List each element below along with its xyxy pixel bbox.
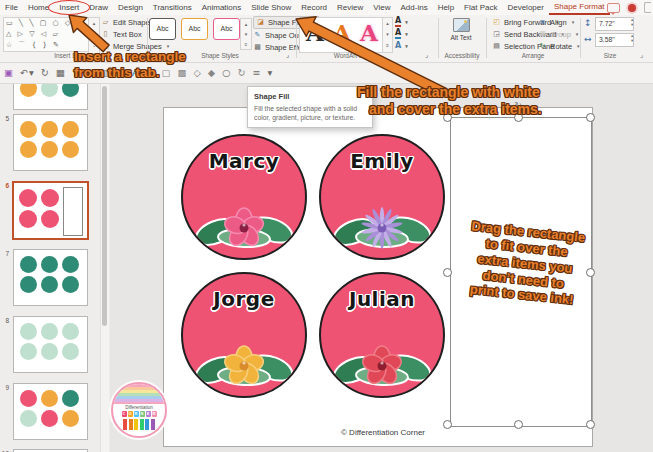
- thumb-circle: [41, 343, 58, 360]
- tab-help[interactable]: Help: [433, 0, 459, 15]
- wordart-style-3[interactable]: A: [360, 19, 378, 46]
- edit-shape-icon: ▱: [101, 17, 110, 28]
- name-circle-emily[interactable]: Emily: [319, 134, 445, 260]
- rotate-icon[interactable]: ↻: [237, 68, 245, 78]
- text-fill-button[interactable]: A▾: [395, 16, 408, 27]
- grid-view-icon[interactable]: ▦: [56, 68, 65, 78]
- shape-gallery-row[interactable]: △ ▷ ▽ ◁ ▱: [6, 29, 90, 40]
- sidebar-scrollbar[interactable]: [100, 83, 109, 452]
- tab-shape-format[interactable]: Shape Format: [549, 0, 610, 15]
- tab-home[interactable]: Home: [23, 0, 54, 15]
- width-spinner[interactable]: ▴▾: [631, 33, 633, 43]
- sidebar-scrollbar-thumb[interactable]: [102, 86, 107, 326]
- shape-outline-icon[interactable]: ◇: [194, 68, 201, 78]
- name-circle-julian[interactable]: Julian: [319, 272, 445, 398]
- thumb-circle: [20, 390, 37, 407]
- redo-icon[interactable]: ↻: [41, 68, 49, 78]
- shape-fill-icon[interactable]: ◆: [208, 68, 215, 78]
- thumb-circle: [62, 83, 79, 97]
- slide-thumbnail[interactable]: [13, 83, 88, 110]
- thumb-circle: [20, 323, 37, 340]
- name-circle-marcy[interactable]: Marcy: [181, 134, 307, 260]
- bring-forward-icon: ◰: [492, 17, 501, 28]
- rotate-icon: ↻: [538, 41, 547, 52]
- slide-thumbnail-6[interactable]: [12, 181, 89, 240]
- slide-thumbnail-9[interactable]: [13, 383, 88, 440]
- align-button[interactable]: ≡Align▾: [538, 17, 580, 28]
- tab-review[interactable]: Review: [332, 0, 368, 15]
- share-icon[interactable]: [644, 2, 651, 13]
- text-effects-button[interactable]: A▾: [395, 40, 408, 51]
- logo-word: Differentiation: [113, 405, 165, 410]
- undo-icon[interactable]: ↶ ▾: [20, 68, 34, 78]
- shape-gallery-row[interactable]: ▭ ╲ ╲ ▢ ○ ◇: [6, 18, 90, 29]
- align-icon: ≡: [538, 17, 547, 28]
- shape-style-preset-2[interactable]: Abc: [181, 18, 208, 40]
- handle-bottom-right[interactable]: [586, 420, 595, 429]
- size-dialog-launcher[interactable]: ⌟: [640, 51, 643, 59]
- align-icon[interactable]: ≡: [252, 68, 260, 78]
- tab-slide-show[interactable]: Slide Show: [246, 0, 296, 15]
- tab-developer[interactable]: Developer: [502, 0, 548, 15]
- text-outline-button[interactable]: A▾: [395, 28, 408, 39]
- logo-corner-letters: CORNER: [113, 411, 165, 417]
- shape-styles-scroll[interactable]: ▴▾≡: [240, 18, 252, 50]
- oval-icon[interactable]: ○: [222, 68, 230, 78]
- handle-bottom-left[interactable]: [443, 420, 452, 429]
- shape-width-input[interactable]: 3.58": [595, 33, 634, 47]
- slide-thumbnail-5[interactable]: [13, 114, 88, 171]
- height-spinner[interactable]: ▴▾: [631, 17, 633, 27]
- differentiation-corner-logo: Differentiation CORNER: [111, 382, 167, 438]
- tooltip-body: Fill the selected shape with a solid col…: [254, 104, 366, 122]
- slide-number-8: 8: [0, 317, 9, 324]
- name-circle-jorge[interactable]: Jorge: [181, 272, 307, 398]
- shape-styles-dialog-launcher[interactable]: ⌟: [286, 51, 289, 59]
- tab-design[interactable]: Design: [113, 0, 148, 15]
- comments-icon[interactable]: [607, 3, 620, 13]
- tab-animations[interactable]: Animations: [197, 0, 247, 15]
- tab-record[interactable]: Record: [296, 0, 332, 15]
- shape-style-preset-1[interactable]: Abc: [149, 18, 176, 40]
- annotation-fill-note: Fill the rectangle with whiteand cover t…: [357, 84, 542, 118]
- thumb-circle: [20, 276, 37, 293]
- thumb-circle: [19, 189, 37, 207]
- tab-add-ins[interactable]: Add-ins: [396, 0, 433, 15]
- shape-width-icon: ↔: [584, 34, 592, 44]
- wordart-style-1[interactable]: A: [306, 19, 324, 46]
- shape-fill-icon: ◪: [256, 17, 265, 28]
- slide-thumbnail-7[interactable]: [13, 249, 88, 306]
- tab-transitions[interactable]: Transitions: [148, 0, 197, 15]
- thumb-rectangle: [63, 187, 83, 236]
- slide-thumbnail-panel: 5678910: [0, 83, 110, 452]
- slide-thumbnail-8[interactable]: [13, 316, 88, 373]
- tab-file[interactable]: File: [0, 0, 23, 15]
- tropical-flower-graphic: [192, 196, 296, 258]
- thumb-circle: [41, 390, 58, 407]
- shape-height-input[interactable]: 7.72": [595, 17, 634, 31]
- group-button[interactable]: ▣Group▾: [538, 29, 580, 40]
- overflow-icon[interactable]: ▾: [267, 68, 272, 78]
- rotate-button[interactable]: ↻Rotate▾: [538, 41, 580, 52]
- slide-number-5: 5: [0, 115, 9, 122]
- topbar-right-icons: [607, 2, 651, 13]
- alt-text-icon: [453, 18, 470, 32]
- wordart-dialog-launcher[interactable]: ⌟: [425, 51, 428, 59]
- wordart-scroll[interactable]: ▴▾≡: [382, 17, 393, 53]
- shapes-gallery[interactable]: ▭ ╲ ╲ ▢ ○ ◇△ ▷ ▽ ◁ ▱☆ ⌒ { } ✎: [3, 17, 93, 52]
- handle-bottom-mid[interactable]: [514, 420, 523, 429]
- slide-number-6: 6: [0, 182, 9, 189]
- wordart-gallery[interactable]: AAA: [299, 17, 383, 53]
- tab-flat-pack[interactable]: Flat Pack: [459, 0, 502, 15]
- ribbon-tab-bar: FileHomeInsertDrawDesignTransitionsAnima…: [0, 0, 653, 15]
- tab-insert[interactable]: Insert: [54, 0, 84, 15]
- selection-pane-icon: ▤: [492, 41, 501, 52]
- tab-view[interactable]: View: [368, 0, 395, 15]
- tab-draw[interactable]: Draw: [84, 0, 113, 15]
- thumb-circle: [62, 410, 79, 427]
- record-dot-icon[interactable]: [628, 4, 636, 12]
- alt-text-button[interactable]: Alt Text: [446, 18, 476, 42]
- handle-top-right[interactable]: [586, 113, 595, 122]
- shape-style-preset-3[interactable]: Abc: [213, 18, 240, 40]
- wordart-style-2[interactable]: A: [333, 19, 351, 46]
- save-icon[interactable]: ▣: [4, 68, 13, 78]
